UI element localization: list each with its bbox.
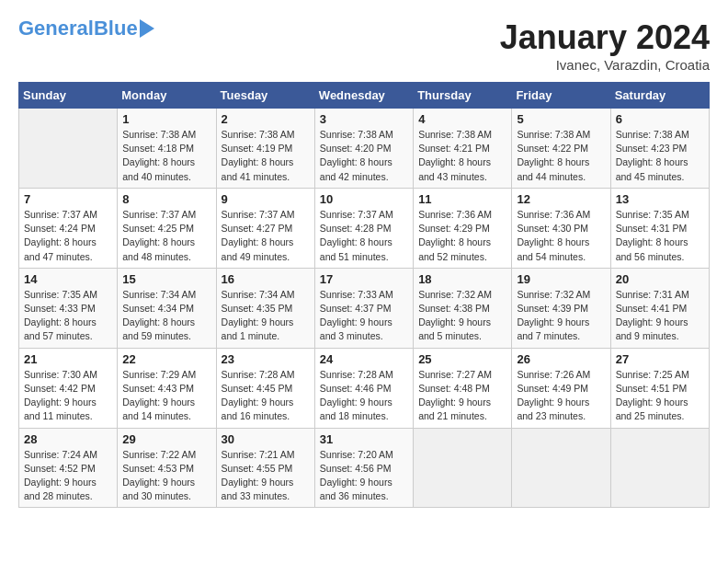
calendar-cell: 1Sunrise: 7:38 AM Sunset: 4:18 PM Daylig… bbox=[118, 109, 216, 189]
day-info: Sunrise: 7:26 AM Sunset: 4:49 PM Dayligh… bbox=[517, 368, 605, 424]
day-info: Sunrise: 7:33 AM Sunset: 4:37 PM Dayligh… bbox=[320, 288, 408, 344]
weekday-wednesday: Wednesday bbox=[314, 83, 413, 109]
calendar-cell: 19Sunrise: 7:32 AM Sunset: 4:39 PM Dayli… bbox=[512, 268, 610, 348]
calendar-cell: 13Sunrise: 7:35 AM Sunset: 4:31 PM Dayli… bbox=[610, 188, 709, 268]
day-number: 9 bbox=[222, 192, 310, 206]
day-number: 20 bbox=[616, 272, 704, 286]
calendar-cell: 30Sunrise: 7:21 AM Sunset: 4:55 PM Dayli… bbox=[216, 428, 314, 508]
day-number: 18 bbox=[418, 272, 506, 286]
day-number: 27 bbox=[616, 352, 704, 366]
calendar-cell: 16Sunrise: 7:34 AM Sunset: 4:35 PM Dayli… bbox=[216, 268, 314, 348]
calendar-cell: 5Sunrise: 7:38 AM Sunset: 4:22 PM Daylig… bbox=[512, 109, 610, 189]
day-info: Sunrise: 7:28 AM Sunset: 4:45 PM Dayligh… bbox=[222, 368, 310, 424]
week-row-2: 7Sunrise: 7:37 AM Sunset: 4:24 PM Daylig… bbox=[19, 188, 710, 268]
day-number: 4 bbox=[418, 112, 506, 126]
calendar-cell bbox=[414, 428, 512, 508]
month-title: January 2024 bbox=[500, 18, 710, 57]
day-info: Sunrise: 7:38 AM Sunset: 4:18 PM Dayligh… bbox=[122, 128, 210, 184]
logo-general: General bbox=[18, 17, 94, 40]
calendar-cell: 29Sunrise: 7:22 AM Sunset: 4:53 PM Dayli… bbox=[118, 428, 216, 508]
calendar-cell: 26Sunrise: 7:26 AM Sunset: 4:49 PM Dayli… bbox=[512, 348, 610, 428]
day-info: Sunrise: 7:38 AM Sunset: 4:20 PM Dayligh… bbox=[320, 128, 408, 184]
day-info: Sunrise: 7:25 AM Sunset: 4:51 PM Dayligh… bbox=[616, 368, 704, 424]
day-info: Sunrise: 7:28 AM Sunset: 4:46 PM Dayligh… bbox=[320, 368, 408, 424]
day-info: Sunrise: 7:38 AM Sunset: 4:22 PM Dayligh… bbox=[517, 128, 605, 184]
day-number: 2 bbox=[222, 112, 310, 126]
day-number: 1 bbox=[122, 112, 210, 126]
calendar-cell: 17Sunrise: 7:33 AM Sunset: 4:37 PM Dayli… bbox=[314, 268, 413, 348]
calendar-cell: 3Sunrise: 7:38 AM Sunset: 4:20 PM Daylig… bbox=[314, 109, 413, 189]
day-info: Sunrise: 7:29 AM Sunset: 4:43 PM Dayligh… bbox=[122, 368, 210, 424]
weekday-thursday: Thursday bbox=[414, 83, 512, 109]
day-number: 13 bbox=[616, 192, 704, 206]
weekday-tuesday: Tuesday bbox=[216, 83, 314, 109]
day-number: 15 bbox=[122, 272, 210, 286]
weekday-row: SundayMondayTuesdayWednesdayThursdayFrid… bbox=[19, 83, 710, 109]
calendar-cell bbox=[512, 428, 610, 508]
day-number: 10 bbox=[320, 192, 408, 206]
day-info: Sunrise: 7:32 AM Sunset: 4:38 PM Dayligh… bbox=[418, 288, 506, 344]
day-number: 31 bbox=[320, 432, 408, 446]
weekday-sunday: Sunday bbox=[19, 83, 118, 109]
weekday-monday: Monday bbox=[118, 83, 216, 109]
calendar-cell: 4Sunrise: 7:38 AM Sunset: 4:21 PM Daylig… bbox=[414, 109, 512, 189]
calendar-header: SundayMondayTuesdayWednesdayThursdayFrid… bbox=[19, 83, 710, 109]
day-info: Sunrise: 7:20 AM Sunset: 4:56 PM Dayligh… bbox=[320, 448, 408, 504]
location-title: Ivanec, Varazdin, Croatia bbox=[500, 57, 710, 73]
calendar-cell: 24Sunrise: 7:28 AM Sunset: 4:46 PM Dayli… bbox=[314, 348, 413, 428]
day-number: 25 bbox=[418, 352, 506, 366]
day-number: 5 bbox=[517, 112, 605, 126]
day-info: Sunrise: 7:37 AM Sunset: 4:28 PM Dayligh… bbox=[320, 208, 408, 264]
day-info: Sunrise: 7:36 AM Sunset: 4:30 PM Dayligh… bbox=[517, 208, 605, 264]
day-info: Sunrise: 7:37 AM Sunset: 4:25 PM Dayligh… bbox=[122, 208, 210, 264]
calendar-cell: 8Sunrise: 7:37 AM Sunset: 4:25 PM Daylig… bbox=[118, 188, 216, 268]
week-row-5: 28Sunrise: 7:24 AM Sunset: 4:52 PM Dayli… bbox=[19, 428, 710, 508]
day-number: 29 bbox=[122, 432, 210, 446]
week-row-1: 1Sunrise: 7:38 AM Sunset: 4:18 PM Daylig… bbox=[19, 109, 710, 189]
calendar-cell bbox=[610, 428, 709, 508]
day-number: 24 bbox=[320, 352, 408, 366]
day-number: 30 bbox=[222, 432, 310, 446]
week-row-4: 21Sunrise: 7:30 AM Sunset: 4:42 PM Dayli… bbox=[19, 348, 710, 428]
day-number: 6 bbox=[616, 112, 704, 126]
calendar-cell: 21Sunrise: 7:30 AM Sunset: 4:42 PM Dayli… bbox=[19, 348, 118, 428]
day-number: 7 bbox=[24, 192, 112, 206]
day-info: Sunrise: 7:27 AM Sunset: 4:48 PM Dayligh… bbox=[418, 368, 506, 424]
calendar-cell: 15Sunrise: 7:34 AM Sunset: 4:34 PM Dayli… bbox=[118, 268, 216, 348]
day-number: 3 bbox=[320, 112, 408, 126]
day-info: Sunrise: 7:37 AM Sunset: 4:24 PM Dayligh… bbox=[24, 208, 112, 264]
calendar-cell: 10Sunrise: 7:37 AM Sunset: 4:28 PM Dayli… bbox=[314, 188, 413, 268]
day-info: Sunrise: 7:30 AM Sunset: 4:42 PM Dayligh… bbox=[24, 368, 112, 424]
day-number: 26 bbox=[517, 352, 605, 366]
day-info: Sunrise: 7:35 AM Sunset: 4:31 PM Dayligh… bbox=[616, 208, 704, 264]
day-number: 14 bbox=[24, 272, 112, 286]
title-area: January 2024 Ivanec, Varazdin, Croatia bbox=[500, 18, 710, 73]
calendar-cell: 2Sunrise: 7:38 AM Sunset: 4:19 PM Daylig… bbox=[216, 109, 314, 189]
day-info: Sunrise: 7:37 AM Sunset: 4:27 PM Dayligh… bbox=[222, 208, 310, 264]
logo: GeneralBlue bbox=[18, 18, 154, 39]
day-number: 17 bbox=[320, 272, 408, 286]
day-info: Sunrise: 7:34 AM Sunset: 4:35 PM Dayligh… bbox=[222, 288, 310, 344]
weekday-friday: Friday bbox=[512, 83, 610, 109]
calendar-cell: 25Sunrise: 7:27 AM Sunset: 4:48 PM Dayli… bbox=[414, 348, 512, 428]
calendar-cell: 7Sunrise: 7:37 AM Sunset: 4:24 PM Daylig… bbox=[19, 188, 118, 268]
calendar-cell: 14Sunrise: 7:35 AM Sunset: 4:33 PM Dayli… bbox=[19, 268, 118, 348]
day-info: Sunrise: 7:21 AM Sunset: 4:55 PM Dayligh… bbox=[222, 448, 310, 504]
day-info: Sunrise: 7:38 AM Sunset: 4:19 PM Dayligh… bbox=[222, 128, 310, 184]
day-info: Sunrise: 7:31 AM Sunset: 4:41 PM Dayligh… bbox=[616, 288, 704, 344]
calendar-cell: 27Sunrise: 7:25 AM Sunset: 4:51 PM Dayli… bbox=[610, 348, 709, 428]
day-info: Sunrise: 7:36 AM Sunset: 4:29 PM Dayligh… bbox=[418, 208, 506, 264]
calendar-cell: 23Sunrise: 7:28 AM Sunset: 4:45 PM Dayli… bbox=[216, 348, 314, 428]
calendar-cell: 12Sunrise: 7:36 AM Sunset: 4:30 PM Dayli… bbox=[512, 188, 610, 268]
calendar-cell: 31Sunrise: 7:20 AM Sunset: 4:56 PM Dayli… bbox=[314, 428, 413, 508]
calendar-cell: 6Sunrise: 7:38 AM Sunset: 4:23 PM Daylig… bbox=[610, 109, 709, 189]
day-info: Sunrise: 7:22 AM Sunset: 4:53 PM Dayligh… bbox=[122, 448, 210, 504]
header: GeneralBlue January 2024 Ivanec, Varazdi… bbox=[18, 18, 710, 73]
day-number: 23 bbox=[222, 352, 310, 366]
day-number: 21 bbox=[24, 352, 112, 366]
day-info: Sunrise: 7:38 AM Sunset: 4:23 PM Dayligh… bbox=[616, 128, 704, 184]
calendar-body: 1Sunrise: 7:38 AM Sunset: 4:18 PM Daylig… bbox=[19, 109, 710, 508]
day-info: Sunrise: 7:34 AM Sunset: 4:34 PM Dayligh… bbox=[122, 288, 210, 344]
day-number: 16 bbox=[222, 272, 310, 286]
calendar-cell: 18Sunrise: 7:32 AM Sunset: 4:38 PM Dayli… bbox=[414, 268, 512, 348]
